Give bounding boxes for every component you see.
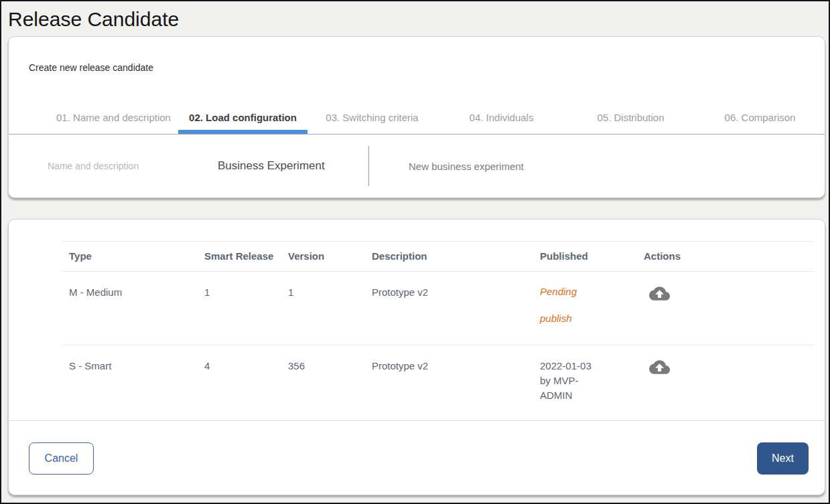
tab-comparison[interactable]: 06. Comparison bbox=[695, 106, 825, 134]
wizard-step-tabs: 01. Name and description 02. Load config… bbox=[9, 106, 825, 135]
release-table-card: Type Smart Release Version Description P… bbox=[8, 219, 825, 495]
cell-version: 1 bbox=[281, 272, 365, 345]
next-button[interactable]: Next bbox=[757, 442, 809, 475]
release-candidates-table: Type Smart Release Version Description P… bbox=[62, 241, 814, 408]
cell-published-status: 2022-01-03 by MVP-ADMIN bbox=[533, 345, 637, 408]
subtab-new-business-experiment[interactable]: New business experiment bbox=[409, 161, 524, 172]
publish-button[interactable] bbox=[644, 285, 670, 304]
cell-actions bbox=[637, 272, 814, 345]
table-row: S - Smart 4 356 Prototype v2 2022-01-03 … bbox=[62, 345, 814, 408]
column-header-smart-release: Smart Release bbox=[198, 242, 281, 272]
cell-type: S - Smart bbox=[62, 345, 198, 408]
page-title: Release Candidate bbox=[8, 8, 179, 31]
publish-button[interactable] bbox=[644, 359, 670, 377]
wizard-card: Create new release candidate 01. Name an… bbox=[8, 36, 825, 198]
cloud-upload-icon bbox=[649, 367, 670, 377]
column-header-actions: Actions bbox=[637, 242, 814, 272]
column-header-version: Version bbox=[281, 242, 365, 272]
cloud-upload-icon bbox=[649, 294, 670, 304]
column-header-type: Type bbox=[62, 242, 198, 272]
cell-type: M - Medium bbox=[62, 272, 198, 345]
subtab-business-experiment[interactable]: Business Experiment bbox=[218, 159, 368, 173]
column-header-description: Description bbox=[365, 242, 533, 272]
cell-description: Prototype v2 bbox=[365, 272, 533, 345]
tab-name-and-description[interactable]: 01. Name and description bbox=[49, 106, 178, 134]
cell-version: 356 bbox=[281, 345, 365, 408]
tab-individuals[interactable]: 04. Individuals bbox=[437, 106, 566, 134]
column-header-published: Published bbox=[533, 242, 637, 272]
cell-smart-release: 4 bbox=[198, 345, 281, 408]
cell-published-status: Pending publish bbox=[533, 272, 637, 345]
tab-distribution[interactable]: 05. Distribution bbox=[566, 106, 695, 134]
tab-load-configuration[interactable]: 02. Load configuration bbox=[178, 106, 307, 134]
tab-switching-criteria[interactable]: 03. Switching criteria bbox=[307, 106, 437, 134]
cancel-button[interactable]: Cancel bbox=[29, 442, 94, 475]
subtab-name-and-description[interactable]: Name and description bbox=[48, 161, 218, 171]
card-footer: Cancel Next bbox=[9, 420, 825, 495]
load-configuration-subtabs: Name and description Business Experiment… bbox=[9, 144, 825, 188]
table-row: M - Medium 1 1 Prototype v2 Pending publ… bbox=[62, 272, 814, 345]
cell-smart-release: 1 bbox=[198, 272, 281, 345]
cell-description: Prototype v2 bbox=[365, 345, 533, 408]
table-header-row: Type Smart Release Version Description P… bbox=[62, 242, 814, 272]
cell-actions bbox=[637, 345, 814, 408]
wizard-heading: Create new release candidate bbox=[29, 62, 153, 73]
subtab-divider bbox=[368, 146, 369, 186]
